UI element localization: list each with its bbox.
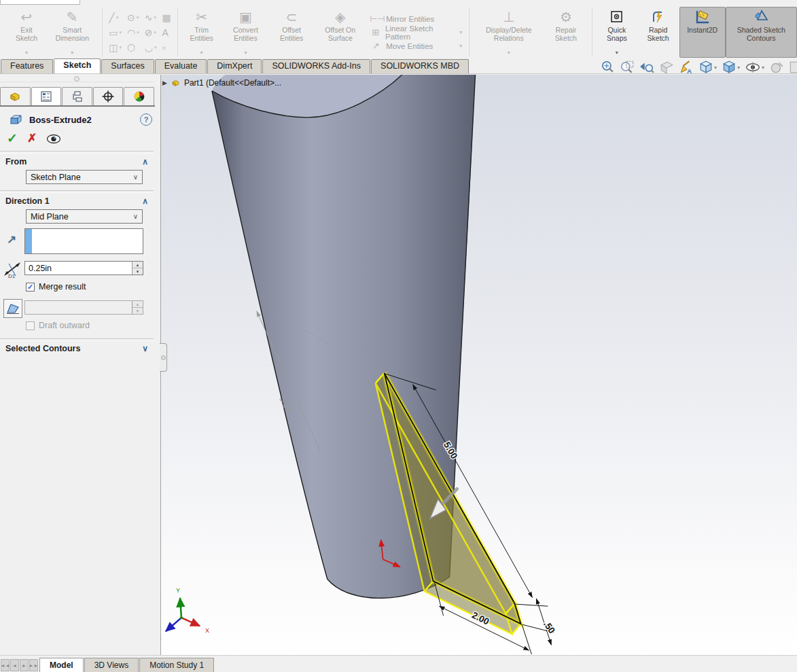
view-orientation-button[interactable]: ▾ [698,60,717,75]
feature-tree-overlay[interactable]: ▶ Part1 (Default<<Default>... [162,78,281,88]
hide-show-items-button[interactable]: ▾ [745,60,764,75]
expand-chevron-icon[interactable]: ∨ [142,344,148,353]
quick-snaps-dropdown-icon[interactable]: ▾ [616,50,618,56]
prev-tab-button[interactable]: ◄ [10,659,19,671]
end-condition-dropdown[interactable]: Mid Plane ∨ [26,209,143,224]
repair-sketch-button[interactable]: ⚙ Repair Sketch [544,7,588,58]
tab-dimxpert[interactable]: DimXpert [207,59,262,73]
view-orientation-dropdown-icon[interactable]: ▾ [714,65,717,71]
exit-sketch-dropdown-icon[interactable]: ▾ [25,50,28,56]
tab-solidworks-mbd[interactable]: SOLIDWORKS MBD [371,59,469,73]
last-tab-button[interactable]: ►► [29,659,38,671]
polygon-tool-button[interactable]: ⬡ [125,40,141,55]
exit-sketch-button[interactable]: ↩ Exit Sketch ▾ [7,7,46,58]
tab-features[interactable]: Features [1,59,53,73]
point-tool-button[interactable]: ▫ [160,40,173,55]
display-delete-relations-button[interactable]: ⊥ Display/Delete Relations ▾ [474,7,544,58]
ellipse-dropdown-icon[interactable]: ▾ [154,30,156,35]
depth-input[interactable] [25,262,132,275]
cancel-button[interactable]: ✗ [27,132,37,145]
merge-result-checkbox[interactable]: ✓ [26,283,35,291]
tab-solidworks-addins[interactable]: SOLIDWORKS Add-Ins [262,59,370,73]
offset-on-surface-button[interactable]: ◈ Offset On Surface [313,7,367,58]
slot-dropdown-icon[interactable]: ▾ [119,45,122,50]
tab-dimxpertmanager[interactable] [93,87,124,105]
rapid-sketch-button[interactable]: Rapid Sketch [637,7,679,58]
direction-selection-box[interactable] [24,228,143,254]
mirror-entities-button[interactable]: ⊢⊣ Mirror Entities [367,12,465,25]
sketch-filter-button[interactable]: A [679,60,694,75]
tab-model[interactable]: Model [39,658,84,672]
fillet-tool-button[interactable]: ◡▾ [143,40,159,55]
depth-spinner[interactable]: ▲▼ [132,262,143,275]
tree-expand-icon[interactable]: ▶ [162,79,167,86]
tab-motion-study-1[interactable]: Motion Study 1 [139,658,214,672]
line-dropdown-icon[interactable]: ▾ [116,15,119,20]
smart-dimension-dropdown-icon[interactable]: ▾ [71,50,73,56]
ok-button[interactable]: ✓ [7,132,18,145]
arc-tool-button[interactable]: ◠▾ [125,25,141,40]
spin-up-icon[interactable]: ▲ [132,262,143,268]
trim-dropdown-icon[interactable]: ▾ [200,50,203,56]
graphics-viewport[interactable]: ▶ Part1 (Default<<Default>... [161,75,797,656]
help-button[interactable]: ? [140,113,152,126]
rectangle-tool-button[interactable]: ▭▾ [107,25,124,40]
instant2d-button[interactable]: Instant2D [679,7,726,58]
apply-scene-button[interactable] [789,60,797,75]
text-tool-button[interactable]: A [160,25,173,40]
preview-eye-button[interactable] [46,134,61,144]
linear-pattern-dropdown-icon[interactable]: ▾ [459,29,462,35]
zoom-to-area-button[interactable] [620,60,635,75]
line-tool-button[interactable]: ╱▾ [107,10,124,25]
fillet-dropdown-icon[interactable]: ▾ [154,45,157,50]
move-entities-button[interactable]: ↗ Move Entities ▾ [367,39,465,52]
spin-down-icon[interactable]: ▼ [132,268,143,275]
panel-splitter-handle[interactable] [160,343,167,372]
spline-dropdown-icon[interactable]: ▾ [154,15,156,20]
from-dropdown[interactable]: Sketch Plane ∨ [26,170,143,184]
collapse-chevron-icon[interactable]: ∧ [142,157,148,166]
shaded-sketch-contours-button[interactable]: Shaded Sketch Contours [726,7,797,58]
convert-entities-button[interactable]: ▣ Convert Entities ▾ [222,7,270,58]
first-tab-button[interactable]: ◄◄ [1,659,10,671]
collapse-chevron-icon[interactable]: ∧ [142,196,148,206]
merge-result-row[interactable]: ✓ Merge result [26,282,86,291]
circle-tool-button[interactable]: ⊙▾ [125,10,141,25]
section-direction1-header[interactable]: Direction 1 ∧ [5,196,148,207]
reverse-direction-icon[interactable]: ↗ [7,232,16,247]
scene-canvas[interactable]: 5.08 [161,75,797,656]
sketch-picture-button[interactable]: ▦ [160,10,173,25]
tab-featuremanager-tree[interactable] [0,87,31,105]
ellipse-tool-button[interactable]: ⊘▾ [143,25,159,40]
part-tree-item[interactable]: Part1 (Default<<Default>... [184,78,281,88]
move-entities-dropdown-icon[interactable]: ▾ [459,43,462,49]
trim-entities-button[interactable]: ✂ Trim Entities ▾ [181,7,221,58]
tab-3d-views[interactable]: 3D Views [84,658,139,672]
arc-dropdown-icon[interactable]: ▾ [137,30,139,35]
tab-evaluate[interactable]: Evaluate [155,59,207,73]
section-from-header[interactable]: From ∧ [5,156,148,167]
edit-appearance-button[interactable] [769,60,784,75]
section-selected-contours-header[interactable]: Selected Contours ∨ [5,343,148,354]
zoom-to-fit-button[interactable] [600,60,615,75]
tab-configurationmanager[interactable] [62,87,92,105]
quick-snaps-button[interactable]: Quick Snaps ▾ [597,7,637,58]
next-tab-button[interactable]: ► [20,659,29,671]
convert-dropdown-icon[interactable]: ▾ [244,50,247,56]
display-style-dropdown-icon[interactable]: ▾ [737,65,740,71]
tab-surfaces[interactable]: Surfaces [101,59,154,73]
smart-dimension-button[interactable]: ✎ Smart Dimension ▾ [46,7,98,58]
display-delete-dropdown-icon[interactable]: ▾ [508,50,510,56]
section-view-button[interactable] [659,60,674,75]
slot-tool-button[interactable]: ◫▾ [107,40,124,55]
rectangle-dropdown-icon[interactable]: ▾ [119,30,122,35]
tab-sketch[interactable]: Sketch [54,58,101,73]
linear-sketch-pattern-button[interactable]: ⊞ Linear Sketch Pattern ▾ [367,26,465,39]
hide-show-dropdown-icon[interactable]: ▾ [762,65,764,71]
previous-view-button[interactable] [639,60,654,75]
tab-displaymanager[interactable] [124,87,154,105]
draft-button[interactable] [3,299,22,318]
display-style-button[interactable]: ▾ [722,60,740,75]
circle-dropdown-icon[interactable]: ▾ [137,15,139,20]
spline-tool-button[interactable]: ∿▾ [143,10,159,25]
